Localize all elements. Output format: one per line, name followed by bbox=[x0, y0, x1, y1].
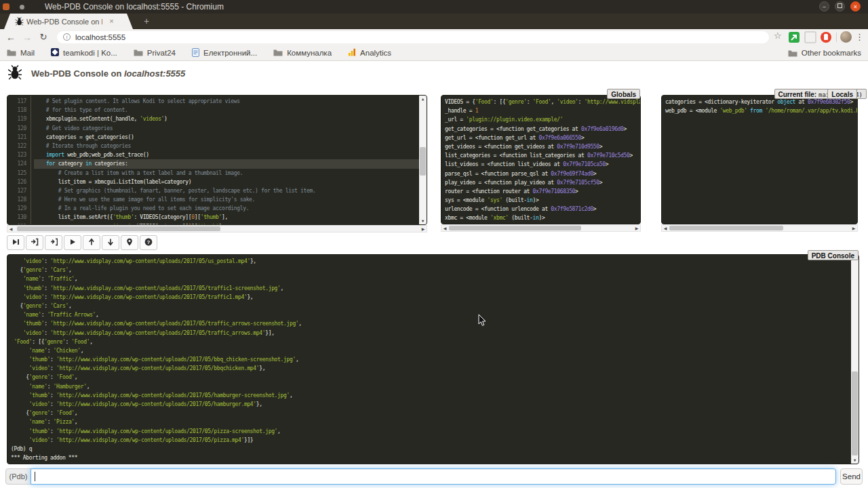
folder-icon bbox=[273, 49, 283, 58]
code-line: xbmcplugin.setContent(_handle, 'videos') bbox=[34, 115, 419, 123]
address-bar[interactable]: i localhost:5555 bbox=[57, 31, 769, 43]
url-text[interactable]: localhost:5555 bbox=[75, 31, 125, 43]
console-line: {'genre': 'Food', bbox=[11, 373, 850, 382]
window-dot-icon bbox=[20, 5, 24, 9]
browser-menu-icon[interactable]: ⋮ bbox=[855, 30, 864, 44]
extension-red-icon[interactable] bbox=[821, 32, 831, 43]
bookmark-item[interactable]: teamkodi | Ko... bbox=[51, 48, 117, 58]
step-out-icon bbox=[50, 238, 58, 248]
profile-avatar[interactable] bbox=[840, 31, 852, 43]
arrow-up-icon bbox=[87, 238, 96, 248]
variable-line: parse_qsl = <function parse_qsl at 0x7f9… bbox=[445, 169, 639, 178]
send-button[interactable]: Send bbox=[840, 468, 863, 485]
minimize-button[interactable]: − bbox=[819, 1, 829, 12]
variable-line: web_pdb = <module 'web_pdb' from '/home/… bbox=[665, 106, 856, 115]
console-line: 'thumb': 'http://www.vidsplay.com/wp-con… bbox=[11, 391, 850, 400]
line-number: 119 bbox=[7, 115, 26, 123]
scrollbar-thumb[interactable] bbox=[17, 226, 220, 231]
continue-button[interactable] bbox=[64, 235, 81, 250]
tab-close-icon[interactable]: × bbox=[107, 17, 116, 26]
close-window-button[interactable]: × bbox=[850, 1, 861, 12]
other-bookmarks-button[interactable]: Other bookmarks bbox=[788, 45, 861, 60]
globals-horizontal-scrollbar[interactable]: ◀▶ bbox=[441, 224, 641, 232]
bookmark-item[interactable]: Analytics bbox=[348, 48, 391, 58]
code-vertical-scrollbar[interactable]: ▲ ▼ bbox=[419, 96, 427, 224]
line-number: 128 bbox=[7, 195, 26, 204]
console-vertical-scrollbar[interactable]: ▲ ▼ bbox=[851, 255, 859, 464]
forward-icon[interactable]: → bbox=[20, 30, 34, 44]
pdb-console-panel: 'video': 'http://www.vidsplay.com/wp-con… bbox=[7, 254, 859, 464]
extension-disabled-icon[interactable] bbox=[804, 31, 816, 43]
variable-line: urlencode = <function urlencode at 0x7f9… bbox=[445, 205, 639, 214]
line-number: 130 bbox=[7, 213, 26, 222]
extension-green-icon[interactable] bbox=[789, 32, 800, 43]
pdb-console-tab-label: PDB Console bbox=[808, 250, 859, 260]
bug-favicon-icon bbox=[15, 17, 24, 26]
scrollbar-thumb[interactable] bbox=[669, 226, 783, 230]
line-number: 127 bbox=[7, 186, 26, 195]
code-line: # Set plugin content. It allows Kodi to … bbox=[34, 97, 419, 106]
where-button[interactable] bbox=[121, 235, 138, 250]
variable-line: get_videos = <function get_videos at 0x7… bbox=[445, 142, 639, 151]
question-icon: ? bbox=[144, 238, 153, 248]
bookmark-item[interactable]: Mail bbox=[7, 49, 35, 58]
line-number: 129 bbox=[7, 204, 26, 213]
browser-tab[interactable]: Web-PDB Console on loca × bbox=[4, 14, 133, 29]
bookmark-item[interactable]: Privat24 bbox=[134, 49, 176, 58]
text-caret bbox=[35, 472, 35, 481]
variable-line: list_videos = <function list_videos at 0… bbox=[445, 160, 639, 169]
line-number: 121 bbox=[7, 133, 26, 142]
variable-line: get_categories = <function get_categorie… bbox=[445, 125, 639, 134]
next-button[interactable] bbox=[7, 235, 24, 250]
arrow-down-icon bbox=[106, 238, 115, 248]
console-line: (Pdb) q bbox=[11, 445, 850, 453]
browser-toolbar: ← → ↻ i localhost:5555 ☆ ⋮ bbox=[0, 29, 868, 45]
up-button[interactable] bbox=[83, 235, 100, 250]
step-forward-icon bbox=[12, 238, 20, 248]
code-horizontal-scrollbar[interactable]: ◀▶ bbox=[7, 225, 427, 232]
return-button[interactable] bbox=[45, 235, 62, 250]
console-line: 'video': 'http://www.vidsplay.com/wp-con… bbox=[11, 329, 850, 338]
down-button[interactable] bbox=[102, 235, 119, 250]
document-icon bbox=[192, 48, 199, 58]
line-number: 122 bbox=[7, 142, 26, 150]
console-line: *** Aborting addon *** bbox=[11, 453, 850, 462]
code-line: # for this type of content. bbox=[34, 106, 419, 115]
info-icon[interactable]: i bbox=[63, 33, 71, 41]
console-line: 'video': 'http://www.vidsplay.com/wp-con… bbox=[11, 293, 850, 302]
bookmark-star-icon[interactable]: ☆ bbox=[774, 30, 782, 41]
globals-tab-label: Globals bbox=[607, 89, 640, 99]
variable-line: play_video = <function play_video at 0x7… bbox=[445, 178, 639, 187]
mouse-cursor bbox=[478, 314, 487, 327]
pdb-command-input[interactable] bbox=[31, 468, 836, 485]
analytics-icon bbox=[348, 48, 356, 58]
scrollbar-thumb[interactable] bbox=[420, 147, 426, 176]
reload-icon[interactable]: ↻ bbox=[37, 30, 50, 44]
page-title: Web-PDB Console on localhost:5555 bbox=[31, 68, 185, 79]
variable-line: xbmc = <module 'xbmc' (built-in)> bbox=[445, 214, 639, 222]
console-line: 'thumb': 'http://www.vidsplay.com/wp-con… bbox=[11, 427, 850, 436]
maximize-button[interactable] bbox=[835, 1, 845, 12]
bookmark-item[interactable]: Коммуналка bbox=[273, 49, 332, 58]
variable-line: get_url = <function get_url at 0x7f9e6a0… bbox=[445, 134, 639, 142]
line-number: 125 bbox=[7, 169, 26, 178]
bookmark-item[interactable]: Електронний... bbox=[192, 48, 257, 58]
code-line: list_item = xbmcgui.ListItem(label=categ… bbox=[34, 178, 419, 186]
folder-icon bbox=[788, 49, 797, 57]
back-icon[interactable]: ← bbox=[4, 30, 18, 44]
locals-panel: categories = <dictionary-keyiterator obj… bbox=[661, 95, 858, 224]
step-button[interactable] bbox=[26, 235, 43, 250]
console-line: 'video': 'http://www.vidsplay.com/wp-con… bbox=[11, 436, 850, 445]
gutter-divider bbox=[31, 96, 31, 224]
new-tab-button[interactable]: + bbox=[138, 16, 155, 27]
help-button[interactable]: ? bbox=[140, 235, 157, 250]
code-line: for category in categories: bbox=[34, 159, 419, 168]
locals-variables: categories = <dictionary-keyiterator obj… bbox=[665, 98, 856, 115]
bookmarks-bar: Mailteamkodi | Ko...Privat24Електронний.… bbox=[0, 45, 868, 61]
toolbar-divider bbox=[836, 33, 837, 42]
locals-horizontal-scrollbar[interactable]: ◀▶ bbox=[661, 224, 858, 232]
scrollbar-thumb[interactable] bbox=[449, 226, 581, 230]
console-line: 'video': 'http://www.vidsplay.com/wp-con… bbox=[11, 257, 850, 266]
scrollbar-thumb[interactable] bbox=[852, 371, 858, 455]
console-line: {'genre': 'Food', bbox=[11, 409, 850, 418]
